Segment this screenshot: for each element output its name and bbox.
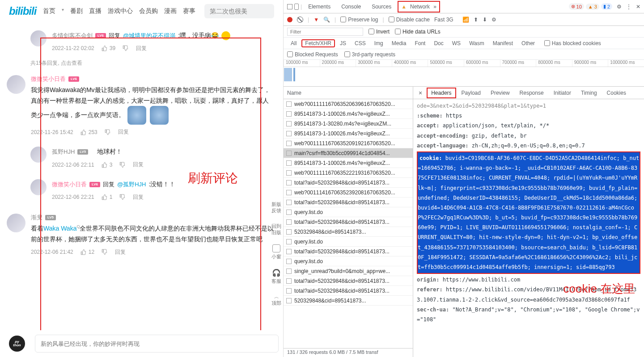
my-avatar[interactable]: python — [9, 336, 25, 352]
type-css[interactable]: CSS — [351, 39, 369, 47]
gear-icon[interactable]: ⚙ — [491, 17, 496, 23]
like-button[interactable]: 253 — [80, 129, 97, 135]
request-row[interactable]: web?0011141670635239208167063520... — [284, 188, 413, 197]
request-row[interactable]: single_unread?build=0&mobi_app=we... — [284, 266, 413, 276]
name-header[interactable]: Name — [284, 87, 413, 99]
request-row[interactable]: total?aid=520329848&cid=895141873... — [284, 178, 413, 188]
feedback-button[interactable]: 新版 反馈 — [270, 201, 283, 214]
type-img[interactable]: Img — [371, 39, 387, 47]
like-button[interactable]: 39 — [102, 45, 115, 51]
close-details-icon[interactable]: × — [415, 89, 426, 97]
invert-checkbox[interactable]: Invert — [369, 29, 390, 35]
avatar[interactable] — [7, 75, 25, 94]
cookie-header[interactable]: cookie: buvid3=C919BC6B-AF36-607C-E8DC-D… — [417, 151, 640, 274]
avatar[interactable] — [7, 214, 25, 232]
type-ws[interactable]: WS — [449, 39, 464, 47]
type-other[interactable]: Other — [518, 39, 538, 47]
error-count[interactable]: ⊗ 10 — [569, 3, 584, 10]
request-row[interactable]: total?aid=520329848&cid=895141873... — [284, 247, 413, 256]
type-doc[interactable]: Doc — [430, 39, 447, 47]
detail-tab-timing[interactable]: Timing — [576, 88, 602, 98]
request-row[interactable]: 520329848&cid=895141873... — [284, 296, 413, 306]
close-devtools-icon[interactable]: ✕ — [636, 4, 640, 10]
upload-icon[interactable]: ⬆ — [474, 17, 478, 23]
detail-tab-headers[interactable]: Headers — [427, 88, 456, 98]
wifi-icon[interactable]: 📶 — [462, 17, 469, 23]
tab-network[interactable]: Network — [408, 3, 432, 11]
type-manifest[interactable]: Manifest — [489, 39, 517, 47]
reply-button[interactable]: 回复 — [133, 161, 144, 168]
detail-tab-payload[interactable]: Payload — [457, 88, 485, 98]
request-row[interactable]: query.list.do — [284, 237, 413, 247]
search-input[interactable] — [204, 4, 274, 18]
request-row[interactable]: 895141873-1-100026.m4s?e=ig8euxZ... — [284, 158, 413, 168]
request-row[interactable]: query.list.do — [284, 207, 413, 217]
scroll-top-button[interactable]: ︿顶部 — [270, 294, 283, 307]
request-row[interactable]: total?aid=520329848&cid=895141873... — [284, 217, 413, 227]
hide-data-urls-checkbox[interactable]: Hide data URLs — [395, 29, 441, 35]
nav-comic[interactable]: 漫画 — [164, 7, 177, 15]
warning-count[interactable]: ▲ 3 — [586, 4, 599, 10]
record-button[interactable] — [287, 17, 292, 22]
keyword-link[interactable]: Waka Waka — [43, 225, 76, 232]
type-all[interactable]: All — [287, 39, 300, 47]
request-row[interactable]: query.list.do — [284, 256, 413, 266]
filter-input[interactable] — [287, 28, 363, 36]
detail-tab-preview[interactable]: Preview — [486, 88, 514, 98]
reply-button[interactable]: 回复 — [136, 45, 147, 52]
old-version-button[interactable]: 回到 旧版 — [270, 223, 283, 236]
like-button[interactable]: 1 — [102, 194, 113, 200]
throttle-select[interactable]: Fast 3G — [434, 17, 453, 23]
request-row[interactable]: total?aid=520329848&cid=895141873... — [284, 197, 413, 207]
username[interactable]: 孤野HJH — [52, 148, 75, 156]
request-row[interactable]: 895141873-1-100026.m4s?e=ig8euxZ... — [284, 109, 413, 119]
dislike-button[interactable] — [102, 249, 108, 255]
comment-input[interactable] — [35, 335, 279, 353]
detail-tab-response[interactable]: Response — [515, 88, 548, 98]
nav-game[interactable]: 游戏中心 — [108, 7, 133, 15]
search-icon[interactable]: 🔍 — [323, 17, 330, 23]
disable-cache-checkbox[interactable]: Disable cache — [389, 17, 430, 23]
nav-vip[interactable]: 会员购 — [139, 7, 158, 15]
username[interactable]: 微微笑小日香 — [52, 181, 87, 189]
request-row[interactable]: 520329848&cid=895141873... — [284, 227, 413, 237]
reply-button[interactable]: 回复 — [115, 248, 126, 256]
filter-icon[interactable]: ▼ — [314, 17, 319, 23]
detail-tab-cookies[interactable]: Cookies — [602, 88, 631, 98]
request-row[interactable]: 895141873-1-100026.m4s?e=ig8euxZ... — [284, 129, 413, 139]
tab-sources[interactable]: Sources — [367, 1, 396, 13]
show-replies[interactable]: 共15条回复, 点击查看 — [30, 59, 274, 67]
inspect-icon[interactable] — [287, 4, 292, 9]
dislike-button[interactable] — [123, 45, 129, 51]
device-icon[interactable] — [294, 4, 299, 10]
dislike-button[interactable] — [119, 194, 126, 200]
type-wasm[interactable]: Wasm — [466, 39, 488, 47]
nav-match[interactable]: 赛事 — [183, 7, 195, 15]
reply-to-user[interactable]: @孤野HJH — [117, 181, 146, 189]
request-row[interactable]: 895141873-1-30280.m4s?e=ig8euxZM... — [284, 119, 413, 129]
tab-console[interactable]: Console — [337, 1, 365, 13]
request-row[interactable]: total?aid=520329848&cid=895141873... — [284, 276, 413, 286]
more-tabs[interactable]: » — [433, 4, 436, 10]
download-icon[interactable]: ⬇ — [483, 17, 487, 23]
reply-button[interactable]: 回复 — [133, 193, 144, 201]
type-fetch-xhr[interactable]: Fetch/XHR — [301, 39, 335, 47]
clear-button[interactable] — [297, 17, 303, 23]
type-font[interactable]: Font — [411, 39, 429, 47]
third-party-checkbox[interactable]: 3rd-party requests — [344, 51, 395, 58]
dislike-button[interactable] — [105, 129, 111, 135]
kebab-icon[interactable]: ⋮ — [626, 4, 631, 10]
bilibili-logo[interactable]: bilibili — [9, 5, 36, 17]
reply-to-user[interactable]: @城墙里的花不得溺 — [123, 32, 175, 40]
issue-count[interactable]: ▮ 2 — [601, 3, 612, 10]
nav-live[interactable]: 直播 — [89, 7, 102, 15]
username[interactable]: 微微笑小日香 — [31, 75, 66, 83]
detail-tab-initiator[interactable]: Initiator — [549, 88, 576, 98]
nav-anime[interactable]: 番剧 — [70, 7, 83, 15]
avatar[interactable] — [30, 30, 47, 46]
support-button[interactable]: 🎧客服 — [270, 269, 283, 284]
type-media[interactable]: Media — [388, 39, 410, 47]
nav-home[interactable]: 首页 — [43, 7, 55, 15]
blocked-cookies-checkbox[interactable]: Has blocked cookies — [544, 40, 601, 46]
tab-elements[interactable]: Elements — [304, 1, 335, 13]
